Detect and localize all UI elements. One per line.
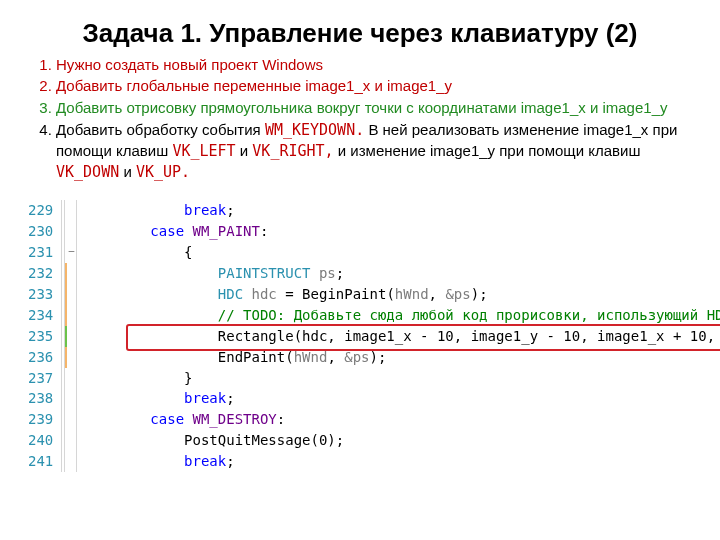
line-number: 231 (28, 242, 62, 263)
line-number: 230 (28, 221, 62, 242)
line-number: 239 (28, 409, 62, 430)
line-number: 237 (28, 368, 62, 389)
vk-right: VK_RIGHT, (252, 142, 333, 160)
code-line: break; (76, 200, 720, 221)
vk-up: VK_UP. (136, 163, 190, 181)
text-span: и изменение image1_y при помощи клавиш (334, 142, 641, 159)
code-line: case WM_PAINT: (76, 221, 720, 242)
code-line: break; (76, 451, 720, 472)
code-line: HDC hdc = BeginPaint(hWnd, &ps); (76, 284, 720, 305)
slide-title: Задача 1. Управление через клавиатуру (2… (28, 18, 692, 49)
line-number: 234 (28, 305, 62, 326)
line-number: 232 (28, 263, 62, 284)
code-editor: 229 break; 230 case WM_PAINT: 231 − { 23… (28, 200, 692, 472)
task-item-2: Добавить глобальные переменные image1_x … (56, 76, 692, 96)
task-item-3: Добавить отрисовку прямоугольника вокруг… (56, 98, 692, 118)
code-line: EndPaint(hWnd, &ps); (76, 347, 720, 368)
text-span: и (119, 163, 136, 180)
code-line: { (76, 242, 720, 263)
fold-toggle[interactable]: − (67, 242, 76, 263)
code-line: case WM_DESTROY: (76, 409, 720, 430)
line-number: 240 (28, 430, 62, 451)
line-number: 241 (28, 451, 62, 472)
line-number: 238 (28, 388, 62, 409)
code-line: } (76, 368, 720, 389)
code-line: // TODO: Добавьте сюда любой код прорисо… (76, 305, 720, 326)
text-span: Добавить обработку события (56, 121, 265, 138)
code-line: PAINTSTRUCT ps; (76, 263, 720, 284)
code-line: break; (76, 388, 720, 409)
line-number: 236 (28, 347, 62, 368)
line-number: 233 (28, 284, 62, 305)
text-span: и (236, 142, 253, 159)
line-number: 229 (28, 200, 62, 221)
task-item-1: Нужно создать новый проект Windows (56, 55, 692, 75)
code-line: PostQuitMessage(0); (76, 430, 720, 451)
vk-down: VK_DOWN (56, 163, 119, 181)
task-list: Нужно создать новый проект Windows Добав… (28, 55, 692, 183)
wm-keydown: WM_KEYDOWN. (265, 121, 364, 139)
task-item-4: Добавить обработку события WM_KEYDOWN. В… (56, 120, 692, 182)
vk-left: VK_LEFT (172, 142, 235, 160)
line-number: 235 (28, 326, 62, 347)
code-line-highlighted: Rectangle(hdc, image1_x - 10, image1_y -… (76, 326, 720, 347)
